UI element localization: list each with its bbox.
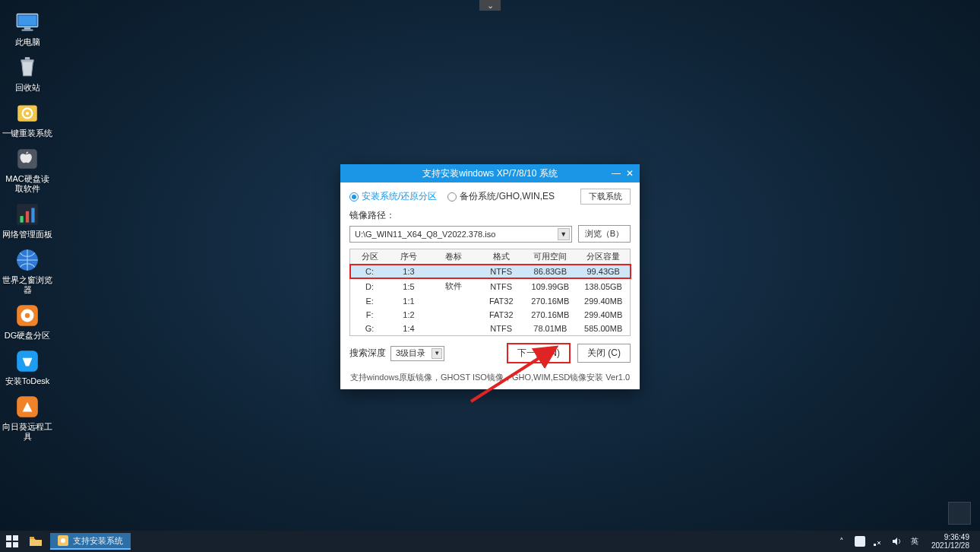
dropdown-arrow-icon: ▼ — [432, 348, 442, 359]
radio-install-restore[interactable]: 安装系统/还原分区 — [349, 190, 437, 203]
clock-date: 2021/12/28 — [931, 541, 969, 550]
desktop-icon-browser[interactable]: 世界之窗浏览器 — [2, 244, 53, 300]
desktop-icon-label: 一键重装系统 — [2, 128, 52, 138]
cell-drive: F: — [350, 308, 390, 322]
taskbar-explorer[interactable] — [24, 531, 47, 552]
table-row[interactable]: F: 1:2 FAT32 270.16MB 299.40MB — [350, 308, 631, 322]
table-row[interactable]: G: 1:4 NTFS 78.01MB 585.00MB — [350, 322, 631, 336]
desktop-icon-dg[interactable]: DG硬盘分区 — [2, 300, 53, 345]
minimize-button[interactable]: — — [609, 167, 623, 180]
radio-label: 安装系统/还原分区 — [362, 190, 437, 203]
cell-label — [428, 322, 479, 336]
next-button[interactable]: 下一步 (N) — [507, 344, 570, 363]
radio-label: 备份系统/GHO,WIN,ES — [460, 190, 555, 203]
tray-app-icon[interactable] — [854, 535, 866, 547]
sunflower-icon — [14, 394, 40, 420]
cell-total: 299.40MB — [577, 308, 630, 322]
desktop-icon-reinstall[interactable]: 一键重装系统 — [2, 97, 53, 143]
download-system-button[interactable]: 下载系统 — [580, 189, 631, 205]
cell-index: 1:5 — [389, 278, 428, 294]
cell-drive: E: — [350, 294, 390, 308]
desktop-icon-netpanel[interactable]: 网络管理面板 — [2, 198, 53, 244]
this-pc-icon — [14, 9, 40, 35]
cell-total: 99.43GB — [577, 265, 630, 279]
close-button[interactable]: ✕ — [623, 167, 637, 180]
cell-free: 78.01MB — [523, 322, 577, 336]
system-tray: ˄ 英 9:36:49 2021/12/28 — [836, 533, 980, 550]
top-handle[interactable]: ⌄ — [479, 0, 501, 11]
tray-ime-icon[interactable]: 英 — [909, 535, 921, 547]
taskbar-app-installer[interactable]: 支持安装系统 — [50, 533, 131, 550]
close-dialog-button[interactable]: 关闭 (C) — [577, 344, 631, 363]
cell-format: NTFS — [479, 265, 523, 279]
dropdown-arrow-icon: ▼ — [558, 228, 570, 240]
dialog-titlebar[interactable]: 支持安装windows XP/7/8/10 系统 — ✕ — [340, 164, 640, 182]
col-label: 卷标 — [428, 249, 479, 265]
desktop-icon-label: DG硬盘分区 — [5, 331, 51, 341]
taskbar-clock[interactable]: 9:36:49 2021/12/28 — [927, 533, 974, 550]
cell-drive: D: — [350, 278, 390, 294]
svg-rect-25 — [30, 537, 34, 539]
search-depth-combo[interactable]: 3级目录 ▼ — [390, 346, 444, 361]
image-path-combo[interactable]: U:\G_WIN11_X64_Q8_V2022.378.iso ▼ — [349, 226, 572, 243]
apple-icon — [14, 146, 40, 172]
gear-box-icon — [14, 100, 40, 126]
svg-rect-23 — [6, 542, 11, 547]
desktop-icon-label: 回收站 — [15, 83, 40, 93]
cell-label — [428, 294, 479, 308]
col-partition: 分区 — [350, 249, 390, 265]
tray-chevron-up-icon[interactable]: ˄ — [836, 535, 848, 547]
svg-rect-29 — [874, 544, 876, 546]
svg-rect-1 — [18, 16, 36, 26]
table-row[interactable]: C: 1:3 NTFS 86.83GB 99.43GB — [350, 265, 631, 279]
bar-chart-icon — [14, 201, 40, 227]
svg-rect-5 — [25, 57, 30, 59]
radio-backup[interactable]: 备份系统/GHO,WIN,ES — [447, 190, 555, 203]
search-depth-label: 搜索深度 — [349, 347, 386, 360]
desktop-icon-label: 向日葵远程工具 — [2, 422, 53, 442]
cell-label: 软件 — [428, 278, 479, 294]
cell-index: 1:1 — [389, 294, 428, 308]
desktop-icon-label: 网络管理面板 — [2, 230, 52, 240]
svg-rect-2 — [24, 27, 31, 29]
start-button[interactable] — [0, 531, 24, 552]
windows-start-icon — [6, 535, 18, 547]
col-free: 可用空间 — [523, 249, 577, 265]
table-row[interactable]: E: 1:1 FAT32 270.16MB 299.40MB — [350, 294, 631, 308]
cell-total: 138.05GB — [577, 278, 630, 294]
browse-button[interactable]: 浏览（B） — [578, 225, 631, 243]
svg-point-17 — [25, 313, 30, 318]
disk-partition-icon — [14, 303, 40, 328]
cell-format: FAT32 — [479, 308, 523, 322]
tray-volume-icon[interactable] — [890, 535, 903, 547]
globe-icon — [14, 247, 40, 273]
app-icon — [58, 535, 68, 546]
dialog-footer: 支持windows原版镜像，GHOST ISO镜像，GHO,WIM,ESD镜像安… — [340, 369, 640, 389]
cell-total: 299.40MB — [577, 294, 630, 308]
svg-rect-13 — [31, 208, 34, 223]
desktop-icon-this-pc[interactable]: 此电脑 — [2, 6, 53, 52]
overlay-square — [948, 502, 971, 525]
cell-drive: G: — [350, 322, 390, 336]
image-path-value: U:\G_WIN11_X64_Q8_V2022.378.iso — [355, 230, 495, 239]
desktop-icon-label: 此电脑 — [15, 37, 40, 47]
tray-network-icon[interactable] — [872, 535, 884, 547]
desktop-icon-mac-disk[interactable]: MAC硬盘读取软件 — [2, 143, 53, 198]
desktop-icon-recycle-bin[interactable]: 回收站 — [2, 52, 53, 97]
taskbar-app-label: 支持安装系统 — [73, 535, 123, 547]
cell-free: 109.99GB — [523, 278, 577, 294]
cell-index: 1:3 — [389, 265, 428, 279]
svg-point-8 — [26, 112, 29, 115]
radio-dot-icon — [447, 192, 457, 201]
svg-rect-11 — [20, 216, 23, 223]
desktop: 此电脑 回收站 一键重装系统 MAC硬盘读取软件 网络管理面板 世界之窗浏览器 — [2, 6, 55, 446]
svg-rect-3 — [22, 30, 33, 31]
taskbar: 支持安装系统 ˄ 英 9:36:49 2021/12/28 — [0, 531, 980, 552]
table-row[interactable]: D: 1:5 软件 NTFS 109.99GB 138.05GB — [350, 278, 631, 294]
cell-total: 585.00MB — [577, 322, 630, 336]
desktop-icon-sunflower[interactable]: 向日葵远程工具 — [2, 391, 53, 446]
desktop-icon-todesk[interactable]: 安装ToDesk — [2, 345, 53, 391]
dialog-title: 支持安装windows XP/7/8/10 系统 — [422, 167, 557, 180]
desktop-icon-label: 安装ToDesk — [5, 376, 50, 386]
svg-rect-4 — [21, 59, 34, 62]
